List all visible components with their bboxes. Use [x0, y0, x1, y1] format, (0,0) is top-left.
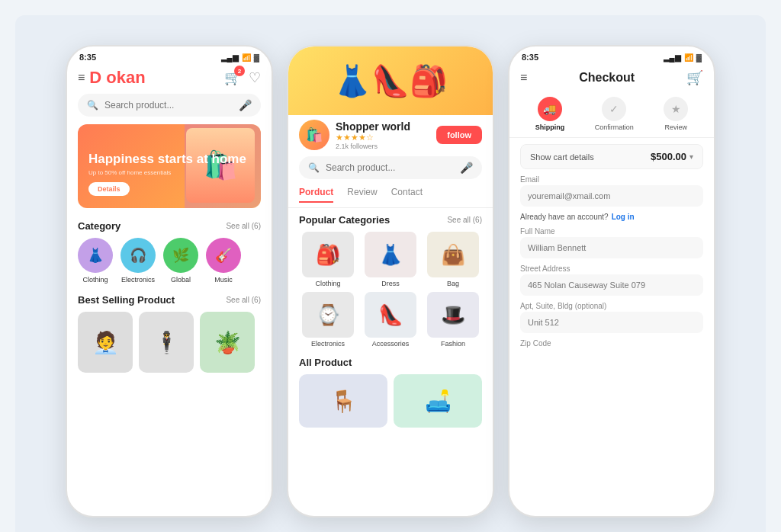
- promo-banner: Happiness starts at home Up to 50% off h…: [78, 124, 261, 208]
- fullname-field-group: Full Name: [520, 227, 703, 258]
- prod-card-2[interactable]: 🛋️: [394, 374, 482, 428]
- best-selling-title: Best Selling Product: [78, 294, 175, 306]
- popular-cat-header: Popular Categories See all (6): [288, 208, 493, 232]
- fullname-label: Full Name: [520, 227, 703, 236]
- email-label: Email: [520, 175, 703, 184]
- cart-button[interactable]: 🛒 2: [224, 69, 241, 86]
- step-review[interactable]: ★ Review: [664, 97, 688, 131]
- search-input-2[interactable]: [326, 162, 454, 173]
- app-header-1: ≡ Dokan 🛒 2 ♡: [67, 65, 272, 94]
- cat-label-global: Global: [171, 276, 191, 284]
- cat-label-clothing: Clothing: [82, 276, 108, 284]
- shop-header: 🛍️ Shopper world ★★★★☆ 2.1k followers fo…: [288, 115, 493, 156]
- email-input[interactable]: [520, 185, 703, 207]
- follow-button[interactable]: follow: [436, 126, 482, 144]
- cat-item-clothing[interactable]: 👗 Clothing: [78, 238, 113, 284]
- cat-item-electronics[interactable]: 🎧 Electronics: [121, 238, 156, 284]
- cat-item-global[interactable]: 🌿 Global: [163, 238, 198, 284]
- pop-cat-electronics[interactable]: ⌚ Electronics: [299, 292, 357, 348]
- phone-1-content: ≡ Dokan 🛒 2 ♡ 🔍 🎤: [67, 65, 272, 496]
- apt-field-group: Apt, Suite, Bldg (optional): [520, 302, 703, 333]
- all-product-header: All Product: [288, 354, 493, 374]
- app-logo: Dokan: [89, 68, 145, 88]
- street-label: Street Address: [520, 264, 703, 273]
- shop-top-banner: 👗👠🎒: [288, 46, 493, 115]
- pop-cat-bag[interactable]: 👜 Bag: [424, 232, 482, 287]
- product-card-3[interactable]: 🪴: [200, 312, 255, 373]
- step-label-confirmation: Confirmation: [595, 123, 634, 131]
- mic-icon-2[interactable]: 🎤: [460, 162, 473, 174]
- wishlist-icon[interactable]: ♡: [249, 69, 261, 86]
- email-field-group: Email: [520, 175, 703, 207]
- cat-item-music[interactable]: 🎸 Music: [206, 238, 241, 284]
- cart-icon-3[interactable]: 🛒: [686, 69, 703, 86]
- search-bar-2[interactable]: 🔍 🎤: [299, 156, 482, 179]
- logo-text: okan: [106, 68, 145, 88]
- wifi-icon: 📶: [242, 53, 251, 62]
- popular-cat-see-all[interactable]: See all (6): [447, 216, 482, 224]
- cart-details-label: Show cart details: [530, 152, 594, 162]
- cart-details-bar[interactable]: Show cart details $500.00 ▾: [520, 144, 703, 169]
- category-see-all[interactable]: See all (6): [226, 222, 261, 230]
- checkout-form: Email Already have an account? Log in Fu…: [509, 175, 714, 349]
- search-icon-1: 🔍: [87, 100, 98, 111]
- step-confirmation[interactable]: ✓ Confirmation: [595, 97, 634, 131]
- header-actions: 🛒 2 ♡: [224, 69, 261, 86]
- phone-2: 👗👠🎒 🛍️ Shopper world ★★★★☆ 2.1k follower…: [287, 45, 494, 518]
- phone-3-content: ≡ Checkout 🛒 🚚 Shipping ✓ Confirmation ★…: [509, 65, 714, 496]
- pop-cat-accessories[interactable]: 👠 Accessories: [362, 292, 419, 348]
- street-field-group: Street Address: [520, 264, 703, 296]
- shop-name: Shopper world: [336, 120, 430, 133]
- main-container: 8:35 ▂▄▆ 📶 ▓ ≡ Dokan 🛒 2: [15, 15, 766, 532]
- popular-categories-grid: 🎒 Clothing 👗 Dress 👜 Bag ⌚ Electronics 👠: [288, 232, 493, 354]
- step-label-shipping: Shipping: [535, 123, 565, 131]
- status-icons-3: ▂▄▆ 📶 ▓: [664, 53, 702, 62]
- mic-icon-1[interactable]: 🎤: [239, 99, 252, 111]
- banner-details-button[interactable]: Details: [88, 182, 130, 196]
- apt-input[interactable]: [520, 312, 703, 333]
- cart-price: $500.00: [651, 151, 686, 162]
- pop-cat-img-clothing: 🎒: [302, 232, 354, 277]
- street-input[interactable]: [520, 274, 703, 296]
- time-1: 8:35: [79, 53, 96, 62]
- checkout-steps: 🚚 Shipping ✓ Confirmation ★ Review: [509, 92, 714, 138]
- shop-avatar: 🛍️: [299, 120, 329, 150]
- signal-icon-3: ▂▄▆: [664, 53, 681, 62]
- category-title: Category: [78, 220, 121, 232]
- menu-icon-3[interactable]: ≡: [520, 71, 527, 85]
- search-input-1[interactable]: [104, 100, 233, 111]
- phone-2-content: 🛍️ Shopper world ★★★★☆ 2.1k followers fo…: [288, 115, 493, 518]
- status-bar-3: 8:35 ▂▄▆ 📶 ▓: [509, 46, 714, 65]
- pop-cat-clothing[interactable]: 🎒 Clothing: [299, 232, 357, 287]
- fullname-input[interactable]: [520, 237, 703, 258]
- prod-card-1[interactable]: 🪑: [299, 374, 387, 428]
- logo-letter: D: [89, 68, 101, 88]
- search-bar-1[interactable]: 🔍 🎤: [78, 94, 261, 117]
- product-card-1[interactable]: 🧑‍💼: [78, 312, 133, 373]
- zip-field-group: Zip Code: [520, 339, 703, 349]
- pop-cat-fashion[interactable]: 🎩 Fashion: [424, 292, 482, 348]
- pop-cat-label-dress: Dress: [381, 280, 400, 287]
- product-card-2[interactable]: 🕴️: [139, 312, 194, 373]
- login-link[interactable]: Log in: [612, 213, 635, 221]
- pop-cat-label-accessories: Accessories: [372, 340, 410, 348]
- step-shipping[interactable]: 🚚 Shipping: [535, 97, 565, 131]
- pop-cat-dress[interactable]: 👗 Dress: [362, 232, 419, 287]
- cat-icon-global: 🌿: [163, 238, 198, 273]
- tab-contact[interactable]: Contact: [391, 187, 423, 203]
- wifi-icon-3: 📶: [684, 53, 693, 62]
- hamburger-icon[interactable]: ≡: [78, 71, 85, 85]
- checkout-header: ≡ Checkout 🛒: [509, 65, 714, 92]
- shop-stars: ★★★★☆: [336, 133, 430, 143]
- status-bar-1: 8:35 ▂▄▆ 📶 ▓: [67, 46, 272, 65]
- apt-label: Apt, Suite, Bldg (optional): [520, 302, 703, 310]
- tab-review[interactable]: Review: [347, 187, 377, 203]
- cat-label-music: Music: [214, 276, 233, 284]
- best-selling-see-all[interactable]: See all (6): [226, 296, 261, 304]
- step-icon-review: ★: [664, 97, 688, 121]
- tab-product[interactable]: Porduct: [299, 187, 333, 203]
- phone-3: 8:35 ▂▄▆ 📶 ▓ ≡ Checkout 🛒 🚚 Shipping ✓: [508, 45, 715, 518]
- battery-icon-3: ▓: [696, 53, 702, 62]
- pop-cat-img-electronics: ⌚: [302, 292, 354, 338]
- chevron-down-icon: ▾: [689, 152, 693, 161]
